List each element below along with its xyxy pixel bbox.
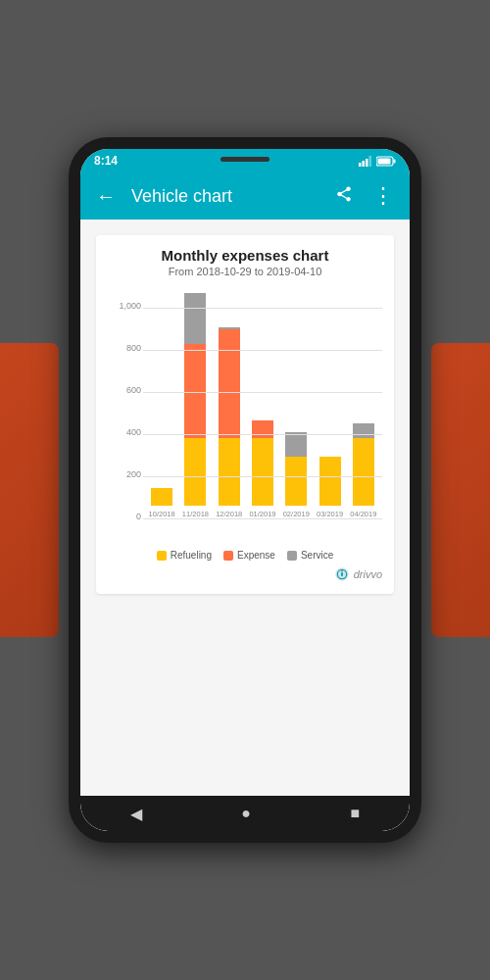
phone-speaker: [220, 157, 270, 162]
chart-card: Monthly expenses chart From 2018-10-29 t…: [96, 235, 394, 594]
bar-segment: [184, 293, 206, 343]
app-bar: ← Vehicle chart ⋮: [80, 172, 410, 220]
x-label: 11/2018: [182, 510, 209, 518]
battery-icon: [376, 156, 396, 167]
legend-item: Refueling: [157, 550, 212, 561]
bar-segment: [319, 457, 341, 506]
bar-group: 10/2018: [145, 287, 178, 518]
bar-segment: [219, 438, 240, 506]
chart-legend: RefuelingExpenseService: [108, 550, 382, 561]
nav-bar: ◀ ● ■: [80, 796, 410, 831]
bar-segment: [285, 432, 307, 457]
phone-frame: 8:14 ← Vehicle chart: [69, 137, 421, 843]
bar-segment: [252, 438, 273, 506]
status-time: 8:14: [94, 154, 118, 168]
legend-color: [157, 551, 167, 561]
legend-item: Service: [287, 550, 333, 561]
bar-segment: [353, 438, 374, 506]
status-icons: [359, 156, 396, 167]
bar-group: 01/2019: [246, 287, 279, 518]
legend-label: Expense: [237, 550, 275, 561]
chart-title: Monthly expenses chart: [108, 247, 382, 264]
bar-group: 12/2018: [213, 287, 246, 518]
bar-chart: 1,000800600400200010/201811/201812/20180…: [108, 287, 382, 542]
legend-item: Expense: [223, 550, 275, 561]
signal-icon: [359, 156, 372, 167]
branding-area: drivvo: [108, 566, 382, 582]
app-bar-actions: ⋮: [327, 175, 402, 217]
share-button[interactable]: [327, 177, 361, 216]
bar-segment: [285, 457, 307, 506]
x-label: 10/2018: [149, 510, 175, 518]
svg-rect-10: [341, 570, 343, 571]
legend-label: Refueling: [171, 550, 212, 561]
svg-rect-2: [366, 159, 368, 167]
x-label: 04/2019: [350, 510, 376, 518]
svg-rect-5: [394, 159, 396, 163]
bar-group: 03/2019: [313, 287, 346, 518]
bar-group: 04/2019: [347, 287, 380, 518]
x-label: 01/2019: [249, 510, 275, 518]
x-label: 02/2019: [283, 510, 310, 518]
bar-segment: [353, 423, 374, 438]
nav-recent[interactable]: ■: [351, 805, 361, 822]
nav-back[interactable]: ◀: [130, 805, 142, 823]
bar-segment: [184, 438, 206, 506]
svg-rect-6: [378, 158, 391, 164]
bar-group: 11/2018: [178, 287, 212, 518]
x-label: 12/2018: [216, 510, 242, 518]
svg-rect-9: [341, 572, 343, 576]
bar-segment: [151, 488, 172, 506]
nav-home[interactable]: ●: [241, 805, 251, 822]
share-icon: [335, 185, 353, 203]
legend-color: [287, 551, 297, 561]
bar-segment: [219, 329, 240, 439]
svg-rect-1: [363, 161, 366, 167]
svg-rect-0: [359, 163, 362, 167]
bar-segment: [252, 420, 273, 438]
bar-group: 02/2019: [279, 287, 313, 518]
more-button[interactable]: ⋮: [365, 175, 402, 217]
bars-wrapper: 10/201811/201812/201801/201902/201903/20…: [143, 287, 382, 518]
back-button[interactable]: ←: [88, 177, 123, 216]
legend-label: Service: [301, 550, 333, 561]
chart-subtitle: From 2018-10-29 to 2019-04-10: [108, 266, 382, 277]
legend-color: [223, 551, 233, 561]
content-area: Monthly expenses chart From 2018-10-29 t…: [80, 220, 410, 796]
app-bar-title: Vehicle chart: [131, 186, 319, 207]
x-label: 03/2019: [317, 510, 343, 518]
chart-area: 1,000800600400200010/201811/201812/20180…: [108, 287, 382, 582]
bar-segment: [184, 344, 206, 439]
branding-icon: [334, 566, 350, 582]
svg-rect-3: [369, 156, 372, 167]
branding-text: drivvo: [354, 568, 382, 580]
